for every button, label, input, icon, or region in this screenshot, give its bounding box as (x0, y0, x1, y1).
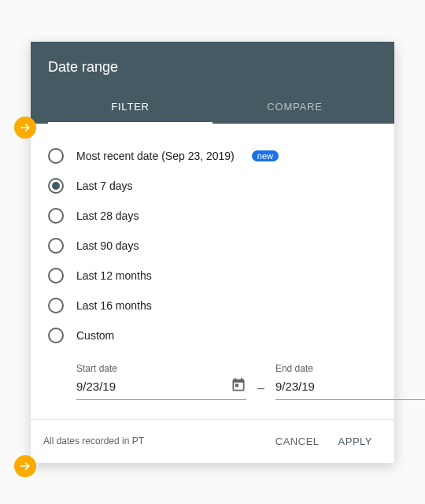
callout-arrow-icon (14, 455, 36, 477)
end-date-input-wrap[interactable] (275, 377, 425, 400)
radio-icon (48, 238, 64, 254)
radio-label: Last 12 months (76, 269, 152, 282)
dialog-header: Date range FILTER COMPARE (31, 42, 394, 124)
tab-filter[interactable]: FILTER (48, 91, 213, 124)
dialog-footer: All dates recorded in PT CANCEL APPLY (31, 419, 394, 463)
end-date-field: End date (275, 363, 425, 400)
start-date-input-wrap[interactable] (76, 377, 246, 400)
callout-arrow-icon (14, 117, 36, 139)
radio-icon (48, 148, 64, 164)
radio-label: Last 28 days (76, 209, 139, 222)
radio-icon (48, 178, 64, 194)
radio-icon (48, 298, 64, 313)
radio-label: Last 16 months (76, 299, 152, 312)
date-separator: – (257, 381, 264, 400)
footer-note: All dates recorded in PT (43, 435, 266, 447)
radio-option-last-28-days[interactable]: Last 28 days (48, 201, 386, 231)
apply-button[interactable]: APPLY (329, 429, 382, 454)
radio-option-most-recent[interactable]: Most recent date (Sep 23, 2019) new (48, 141, 386, 171)
tab-compare[interactable]: COMPARE (213, 91, 377, 124)
start-date-input[interactable] (76, 380, 226, 393)
radio-option-last-90-days[interactable]: Last 90 days (48, 231, 386, 261)
radio-option-last-12-months[interactable]: Last 12 months (48, 261, 386, 291)
radio-label: Last 90 days (76, 239, 139, 252)
radio-option-last-7-days[interactable]: Last 7 days (48, 171, 386, 201)
radio-icon (48, 328, 64, 343)
tabs: FILTER COMPARE (48, 91, 377, 124)
dialog-content: Most recent date (Sep 23, 2019) new Last… (31, 124, 394, 419)
radio-icon (48, 268, 64, 284)
custom-date-row: Start date – End date (48, 350, 386, 414)
calendar-icon[interactable] (231, 377, 246, 396)
radio-label: Last 7 days (76, 180, 133, 192)
radio-label: Custom (76, 329, 114, 342)
dialog-title: Date range (48, 59, 377, 76)
new-badge: new (252, 150, 279, 161)
radio-option-last-16-months[interactable]: Last 16 months (48, 291, 386, 321)
radio-option-custom[interactable]: Custom (48, 321, 386, 350)
radio-label: Most recent date (Sep 23, 2019) (76, 150, 235, 162)
end-date-label: End date (275, 363, 425, 374)
start-date-label: Start date (76, 363, 246, 374)
end-date-input[interactable] (275, 380, 425, 393)
radio-icon (48, 208, 64, 224)
start-date-field: Start date (76, 363, 246, 400)
date-range-dialog: Date range FILTER COMPARE Most recent da… (31, 42, 394, 463)
cancel-button[interactable]: CANCEL (266, 429, 329, 454)
